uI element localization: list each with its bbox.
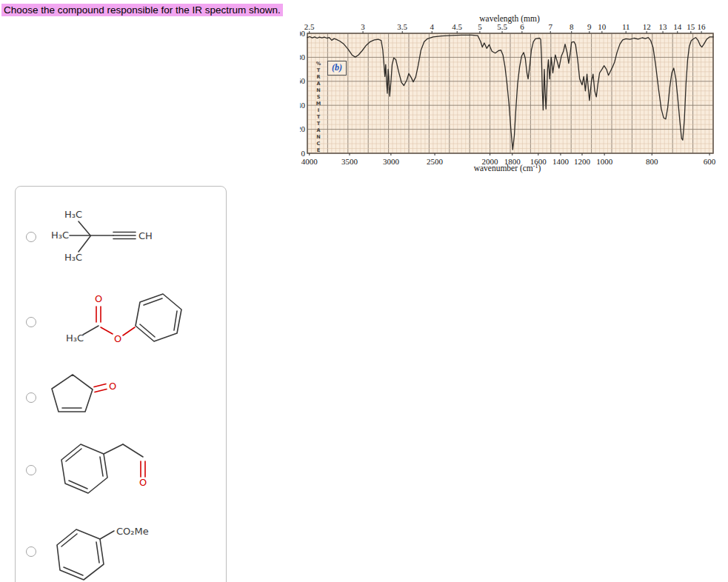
atom-label: H₃C [64, 209, 82, 220]
svg-text:13: 13 [659, 22, 668, 31]
svg-text:4000: 4000 [301, 157, 318, 166]
svg-text:60: 60 [300, 76, 306, 85]
svg-text:20: 20 [300, 124, 306, 133]
radio-option-2[interactable] [26, 317, 36, 327]
svg-text:15: 15 [687, 22, 695, 31]
y-axis-title: %TRANSMITTANCE [315, 61, 321, 144]
svg-text:1000: 1000 [596, 157, 613, 166]
svg-text:4.5: 4.5 [452, 22, 462, 31]
svg-text:3: 3 [361, 22, 365, 31]
bottom-axis-title: wavenumber (cm-1) [474, 163, 541, 173]
svg-text:4: 4 [430, 22, 434, 31]
svg-text:5.5: 5.5 [497, 22, 507, 31]
structure-tert-butyl-alkyne[interactable]: H₃C H₃C H₃C CH [45, 204, 164, 271]
structure-cyclopentenone[interactable]: O [34, 367, 145, 427]
svg-text:800: 800 [646, 157, 658, 166]
quiz-page: { "page": { "question": "Choose the comp… [0, 0, 728, 582]
svg-text:6: 6 [520, 22, 524, 31]
svg-text:3.5: 3.5 [397, 22, 407, 31]
bonds [83, 307, 135, 335]
ring-bonds [52, 375, 93, 412]
svg-text:3000: 3000 [383, 157, 400, 166]
question-text: Choose the compound responsible for the … [1, 4, 283, 16]
atom-label: H₃C [51, 230, 69, 241]
svg-text:40: 40 [300, 101, 306, 110]
radio-option-4[interactable] [26, 465, 36, 475]
svg-text:2500: 2500 [427, 157, 444, 166]
top-axis-title: wavelength (mm) [479, 15, 540, 24]
svg-text:10: 10 [598, 22, 607, 31]
radio-option-1[interactable] [26, 232, 36, 242]
structure-phenylacetaldehyde[interactable]: O [53, 438, 186, 505]
ir-spectrum-plot: 2.533.544.555.56789101112131415164000350… [300, 15, 728, 174]
structure-methyl-benzoate[interactable]: CO₂Me [49, 516, 186, 582]
atom-label: CH [138, 230, 153, 241]
svg-text:14: 14 [673, 22, 682, 31]
ester-label: CO₂Me [116, 526, 149, 537]
bonds [70, 221, 136, 252]
options-panel: H₃C H₃C H₃C CH H₃C O O [15, 186, 227, 582]
carbonyl-bonds [94, 384, 107, 392]
svg-text:12: 12 [643, 22, 651, 31]
svg-text:8: 8 [570, 22, 574, 31]
radio-option-5[interactable] [26, 546, 36, 557]
svg-text:1400: 1400 [552, 157, 570, 166]
svg-text:16: 16 [698, 22, 707, 31]
svg-text:80: 80 [300, 53, 306, 61]
benzene-ring [61, 444, 107, 493]
bonds [104, 444, 145, 477]
svg-text:2.5: 2.5 [304, 22, 315, 31]
oxygen-label: O [109, 381, 116, 392]
panel-label-b: (b) [327, 61, 347, 76]
oxygen-label: O [114, 333, 121, 344]
svg-text:5: 5 [478, 22, 482, 31]
svg-text:600: 600 [704, 157, 716, 166]
bonds [100, 531, 114, 539]
atom-label: H₃C [64, 252, 82, 263]
atom-label: H₃C [66, 332, 84, 344]
svg-text:9: 9 [587, 22, 592, 31]
svg-text:100: 100 [300, 29, 306, 38]
svg-text:7: 7 [549, 22, 553, 31]
svg-text:0: 0 [301, 149, 306, 158]
ir-spectrum-chart: 2.533.544.555.56789101112131415164000350… [300, 15, 728, 174]
svg-text:3500: 3500 [341, 157, 358, 166]
structure-phenyl-acetate[interactable]: H₃C O O [60, 290, 193, 349]
benzene-ring [136, 294, 181, 341]
svg-text:1200: 1200 [574, 157, 591, 166]
oxygen-label: O [95, 293, 102, 304]
oxygen-label: O [139, 477, 147, 488]
chart-grid [307, 33, 713, 153]
benzene-ring [57, 529, 104, 580]
svg-text:11: 11 [622, 22, 630, 31]
